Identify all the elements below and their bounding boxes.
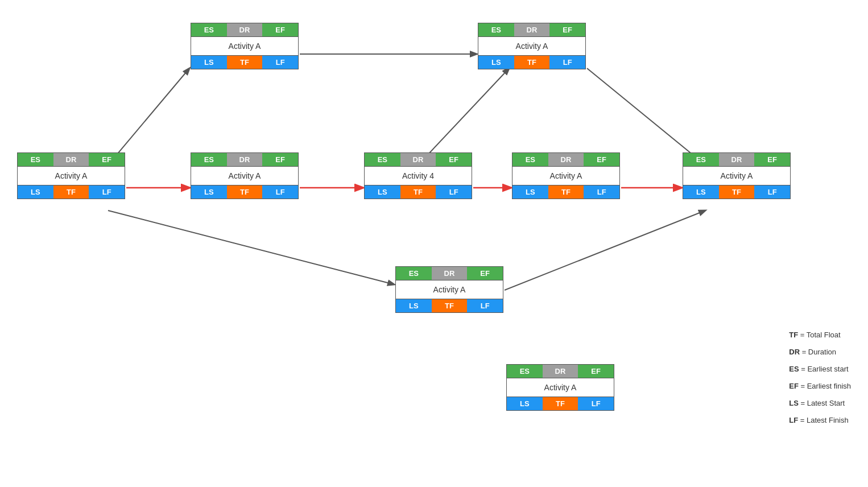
cell-es-n9: ES <box>507 365 543 378</box>
cell-ls-n7: LS <box>683 185 719 199</box>
cell-lf-n3: LF <box>262 185 298 199</box>
cell-dr-n9: DR <box>543 365 578 378</box>
legend-dr: DR = Duration <box>789 345 851 360</box>
legend-es: ES = Earliest start <box>789 362 851 377</box>
cell-ef-n4: EF <box>436 153 472 166</box>
cell-es-n8: ES <box>396 267 432 280</box>
cell-ef-n1: EF <box>89 153 125 166</box>
cell-ef-n2: EF <box>262 23 298 36</box>
activity-node-n5: ESDREFActivity ALSTFLF <box>478 23 586 69</box>
legend-ls: LS = Latest Start <box>789 396 851 411</box>
activity-label-n8: Activity A <box>396 280 503 299</box>
activity-label-n4: Activity 4 <box>365 166 472 185</box>
cell-dr-n4: DR <box>400 153 436 166</box>
activity-label-n3: Activity A <box>191 166 298 185</box>
legend: TF = Total Float DR = Duration ES = Earl… <box>789 328 851 430</box>
svg-line-8 <box>108 211 394 284</box>
svg-line-4 <box>108 68 189 165</box>
cell-ef-n6: EF <box>584 153 619 166</box>
cell-ls-n8: LS <box>396 299 432 312</box>
cell-dr-n8: DR <box>432 267 468 280</box>
cell-lf-n8: LF <box>467 299 503 312</box>
cell-dr-n1: DR <box>53 153 89 166</box>
cell-lf-n9: LF <box>578 397 614 410</box>
cell-dr-n7: DR <box>719 153 755 166</box>
svg-line-7 <box>418 68 509 165</box>
svg-line-6 <box>587 68 705 165</box>
cell-es-n6: ES <box>512 153 548 166</box>
cell-ef-n3: EF <box>262 153 298 166</box>
cell-tf-n2: TF <box>227 56 263 69</box>
cell-ls-n5: LS <box>478 56 514 69</box>
activity-node-n2: ESDREFActivity ALSTFLF <box>191 23 299 69</box>
svg-line-9 <box>505 211 705 290</box>
cell-lf-n2: LF <box>262 56 298 69</box>
legend-tf: TF = Total Float <box>789 328 851 342</box>
activity-label-n2: Activity A <box>191 36 298 56</box>
cell-tf-n3: TF <box>227 185 263 199</box>
cell-es-n2: ES <box>191 23 227 36</box>
cell-es-n5: ES <box>478 23 514 36</box>
cell-lf-n6: LF <box>584 185 619 199</box>
cell-lf-n1: LF <box>89 185 125 199</box>
cell-dr-n5: DR <box>514 23 550 36</box>
cell-ef-n7: EF <box>754 153 790 166</box>
activity-node-n8: ESDREFActivity ALSTFLF <box>395 266 503 313</box>
cell-ls-n2: LS <box>191 56 227 69</box>
activity-node-n7: ESDREFActivity ALSTFLF <box>683 152 791 199</box>
cell-ls-n1: LS <box>18 185 53 199</box>
cell-ls-n3: LS <box>191 185 227 199</box>
cell-ef-n9: EF <box>578 365 614 378</box>
cell-tf-n1: TF <box>53 185 89 199</box>
cell-tf-n6: TF <box>548 185 584 199</box>
cell-es-n1: ES <box>18 153 53 166</box>
cell-lf-n5: LF <box>549 56 585 69</box>
cell-ls-n9: LS <box>507 397 543 410</box>
legend-lf: LF = Latest Finish <box>789 413 851 428</box>
cell-dr-n3: DR <box>227 153 263 166</box>
activity-label-n6: Activity A <box>512 166 619 185</box>
cell-es-n3: ES <box>191 153 227 166</box>
activity-node-n4: ESDREFActivity 4LSTFLF <box>364 152 472 199</box>
activity-label-n5: Activity A <box>478 36 585 56</box>
cell-tf-n7: TF <box>719 185 755 199</box>
cell-lf-n7: LF <box>754 185 790 199</box>
cell-ef-n5: EF <box>549 23 585 36</box>
activity-label-n7: Activity A <box>683 166 790 185</box>
activity-node-n1: ESDREFActivity ALSTFLF <box>17 152 125 199</box>
cell-ls-n6: LS <box>512 185 548 199</box>
cell-ls-n4: LS <box>365 185 400 199</box>
cell-es-n7: ES <box>683 153 719 166</box>
cell-tf-n8: TF <box>432 299 468 312</box>
legend-ef: EF = Earliest finish <box>789 379 851 394</box>
activity-label-n1: Activity A <box>18 166 125 185</box>
cell-es-n4: ES <box>365 153 400 166</box>
cell-tf-n5: TF <box>514 56 550 69</box>
activity-label-n9: Activity A <box>507 378 614 397</box>
cell-tf-n4: TF <box>400 185 436 199</box>
activity-node-n3: ESDREFActivity ALSTFLF <box>191 152 299 199</box>
cell-dr-n2: DR <box>227 23 263 36</box>
activity-node-n6: ESDREFActivity ALSTFLF <box>512 152 620 199</box>
cell-tf-n9: TF <box>543 397 578 410</box>
cell-lf-n4: LF <box>436 185 472 199</box>
activity-node-n9: ESDREFActivity ALSTFLF <box>506 364 614 411</box>
cell-ef-n8: EF <box>467 267 503 280</box>
cell-dr-n6: DR <box>548 153 584 166</box>
